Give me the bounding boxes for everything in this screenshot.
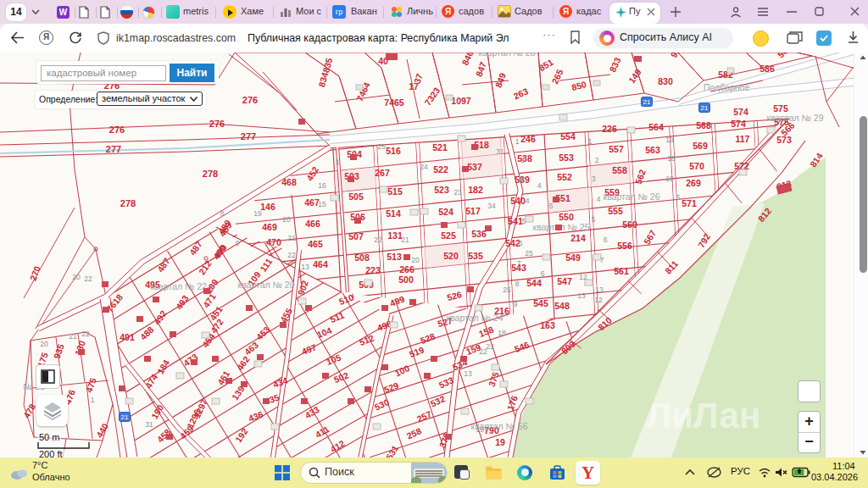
- svg-text:13: 13: [301, 263, 309, 271]
- svg-text:9: 9: [514, 300, 518, 308]
- svg-text:24: 24: [420, 163, 428, 171]
- svg-text:7465: 7465: [384, 97, 404, 108]
- svg-text:266: 266: [399, 264, 415, 274]
- svg-text:517: 517: [465, 206, 481, 216]
- svg-text:Подборное: Подборное: [704, 82, 750, 92]
- svg-text:8: 8: [220, 209, 225, 218]
- svg-text:6: 6: [604, 236, 608, 244]
- svg-text:6: 6: [541, 269, 545, 278]
- svg-text:278: 278: [120, 198, 136, 208]
- svg-text:4: 4: [597, 195, 601, 203]
- svg-text:560: 560: [622, 219, 637, 230]
- svg-text:586: 586: [760, 64, 775, 74]
- svg-text:5: 5: [592, 215, 596, 224]
- svg-text:556: 556: [617, 241, 632, 251]
- svg-text:117: 117: [736, 134, 750, 144]
- svg-text:571: 571: [682, 198, 697, 208]
- svg-text:5: 5: [522, 217, 526, 225]
- svg-text:19: 19: [476, 425, 484, 434]
- svg-text:13: 13: [595, 286, 604, 294]
- svg-text:537: 537: [467, 162, 482, 172]
- svg-text:267: 267: [375, 168, 390, 178]
- svg-text:31: 31: [496, 147, 504, 156]
- svg-text:182: 182: [468, 185, 483, 195]
- svg-text:18: 18: [667, 154, 676, 163]
- svg-text:520: 520: [443, 251, 459, 261]
- svg-text:552: 552: [557, 172, 572, 182]
- svg-text:467: 467: [304, 197, 320, 208]
- svg-text:квартал № 20: квартал № 20: [238, 280, 295, 290]
- svg-text:558: 558: [612, 165, 627, 175]
- svg-text:3: 3: [520, 156, 525, 164]
- svg-text:5: 5: [549, 202, 554, 210]
- svg-text:214: 214: [570, 233, 586, 243]
- svg-text:25: 25: [525, 249, 533, 258]
- svg-text:12: 12: [594, 296, 603, 304]
- svg-text:19: 19: [495, 437, 505, 447]
- svg-text:276: 276: [242, 95, 258, 105]
- svg-text:4: 4: [537, 181, 542, 190]
- svg-text:568: 568: [696, 120, 711, 130]
- svg-text:513: 513: [387, 252, 402, 262]
- svg-text:146: 146: [260, 202, 275, 212]
- svg-text:21: 21: [643, 98, 651, 106]
- svg-text:276: 276: [109, 125, 125, 135]
- svg-text:10: 10: [665, 175, 674, 183]
- svg-text:500: 500: [398, 274, 414, 285]
- svg-text:21: 21: [287, 234, 296, 242]
- svg-text:22: 22: [374, 236, 382, 244]
- svg-text:1: 1: [588, 137, 593, 146]
- svg-text:553: 553: [559, 152, 574, 163]
- svg-text:464: 464: [313, 259, 328, 269]
- svg-text:21: 21: [69, 332, 77, 341]
- svg-text:5: 5: [676, 193, 681, 202]
- svg-text:20: 20: [411, 256, 420, 264]
- svg-text:20: 20: [72, 273, 81, 281]
- svg-text:квартал № 24: квартал № 24: [447, 313, 504, 323]
- svg-text:555: 555: [608, 206, 623, 216]
- svg-text:522: 522: [433, 164, 448, 175]
- svg-text:554: 554: [560, 131, 576, 141]
- svg-text:21: 21: [121, 413, 129, 421]
- svg-text:541: 541: [508, 216, 523, 226]
- svg-text:547: 547: [557, 276, 572, 286]
- svg-text:521: 521: [432, 142, 448, 152]
- svg-text:525: 525: [441, 230, 456, 241]
- svg-text:квартал № 28: квартал № 28: [479, 53, 536, 58]
- svg-text:22: 22: [81, 330, 90, 338]
- svg-text:7: 7: [517, 259, 521, 268]
- svg-text:4: 4: [526, 197, 530, 205]
- svg-text:15: 15: [318, 200, 326, 208]
- svg-text:574: 574: [733, 107, 748, 117]
- svg-text:22: 22: [84, 274, 92, 283]
- svg-text:1: 1: [336, 158, 340, 166]
- svg-text:549: 549: [565, 252, 581, 263]
- svg-text:19: 19: [253, 209, 262, 218]
- svg-text:545: 545: [533, 298, 548, 308]
- svg-text:1: 1: [515, 137, 520, 146]
- svg-text:23: 23: [453, 188, 462, 197]
- svg-text:31: 31: [145, 420, 153, 429]
- svg-text:491: 491: [120, 332, 135, 342]
- svg-text:20: 20: [282, 215, 291, 224]
- svg-text:470: 470: [266, 237, 281, 247]
- svg-text:1097: 1097: [451, 96, 471, 106]
- svg-text:19: 19: [665, 136, 674, 144]
- svg-text:278: 278: [203, 169, 218, 179]
- svg-text:536: 536: [471, 229, 487, 239]
- svg-text:505: 505: [348, 191, 364, 202]
- svg-text:557: 557: [609, 144, 624, 154]
- svg-text:469: 469: [262, 222, 277, 232]
- svg-text:574: 574: [731, 119, 746, 129]
- svg-text:22: 22: [486, 342, 494, 351]
- svg-text:9: 9: [236, 239, 240, 247]
- svg-text:ЛиЛан: ЛиЛан: [647, 396, 761, 435]
- svg-text:276: 276: [209, 119, 225, 129]
- svg-text:3: 3: [592, 175, 596, 183]
- svg-text:34: 34: [487, 202, 496, 210]
- svg-text:516: 516: [386, 146, 401, 156]
- svg-text:561: 561: [614, 266, 629, 276]
- svg-text:2: 2: [595, 156, 599, 164]
- svg-text:508: 508: [354, 252, 370, 263]
- svg-text:830: 830: [658, 76, 673, 86]
